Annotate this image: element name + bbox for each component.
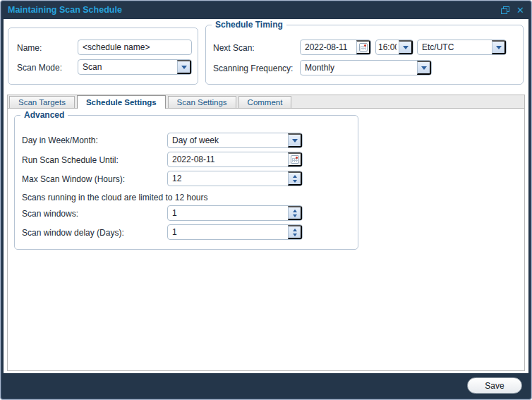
next-scan-calendar-trigger[interactable]	[356, 40, 370, 54]
scan-window-delay-spin-trigger[interactable]	[288, 225, 302, 239]
calendar-icon	[359, 43, 368, 51]
chevron-down-icon	[181, 66, 187, 69]
chevron-down-icon	[292, 139, 298, 143]
scan-mode-input[interactable]	[78, 60, 177, 74]
scanning-frequency-label: Scanning Frequency:	[213, 63, 293, 73]
tab-label: Comment	[248, 98, 283, 107]
max-scan-window-spinner	[167, 171, 303, 186]
chevron-up-icon	[293, 229, 297, 231]
chevron-down-icon	[403, 46, 409, 49]
day-in-week-month-combo	[167, 133, 303, 148]
restore-window-icon[interactable]	[501, 6, 509, 14]
titlebar-buttons: ✕	[501, 6, 524, 15]
tab-label: Scan Settings	[177, 98, 227, 107]
timezone-input[interactable]	[418, 40, 492, 54]
scan-windows-spin-trigger[interactable]	[288, 206, 302, 220]
chevron-up-icon	[293, 210, 297, 212]
max-scan-window-label: Max Scan Window (Hours):	[22, 174, 125, 184]
title-bar: Maintaining Scan Schedule ✕	[1, 1, 531, 19]
schedule-timing-group: Schedule Timing Next Scan: Scanning Freq…	[205, 25, 524, 85]
chevron-down-icon	[293, 214, 297, 217]
advanced-group: Advanced Day in Week/Month: Run Scan Sch…	[14, 115, 358, 250]
advanced-legend: Advanced	[20, 110, 68, 120]
tab-label: Schedule Settings	[86, 98, 157, 107]
next-scan-time-dropdown-trigger[interactable]	[399, 40, 413, 54]
chevron-up-icon	[293, 175, 297, 178]
scan-mode-dropdown-trigger[interactable]	[177, 60, 191, 74]
chevron-down-icon	[421, 66, 427, 70]
scanning-frequency-dropdown-trigger[interactable]	[417, 61, 431, 75]
name-label: Name:	[17, 43, 42, 53]
dialog-body: Name: Scan Mode: Schedule Timing Next Sc…	[4, 19, 528, 373]
next-scan-label: Next Scan:	[213, 43, 255, 53]
calendar-icon	[291, 155, 299, 164]
chevron-down-icon	[293, 180, 297, 183]
general-group: Name: Scan Mode:	[8, 28, 198, 85]
cloud-limit-note: Scans running in the cloud are limited t…	[22, 193, 208, 202]
scan-windows-spinner	[167, 205, 303, 221]
scan-windows-input[interactable]	[168, 206, 288, 220]
scan-window-delay-label: Scan window delay (Days):	[22, 228, 124, 238]
run-until-date-field	[167, 152, 303, 167]
next-scan-time-combo	[375, 40, 413, 55]
schedule-settings-panel: Advanced Day in Week/Month: Run Scan Sch…	[7, 109, 525, 371]
scanning-frequency-combo	[300, 60, 432, 75]
timezone-dropdown-trigger[interactable]	[492, 40, 506, 54]
day-in-week-month-dropdown-trigger[interactable]	[288, 133, 302, 147]
scan-mode-combo	[78, 59, 192, 75]
tab-label: Scan Targets	[18, 98, 66, 107]
window-title: Maintaining Scan Schedule	[8, 5, 501, 15]
tab-scan-targets[interactable]: Scan Targets	[9, 96, 75, 108]
schedule-timing-legend: Schedule Timing	[212, 20, 286, 30]
scan-window-delay-spinner	[167, 224, 303, 240]
tab-comment[interactable]: Comment	[238, 96, 292, 108]
schedule-name-input[interactable]	[78, 40, 191, 54]
scanning-frequency-input[interactable]	[301, 61, 417, 75]
run-until-calendar-trigger[interactable]	[288, 152, 302, 166]
scan-windows-label: Scan windows:	[22, 209, 78, 219]
close-icon[interactable]: ✕	[516, 6, 524, 15]
save-button[interactable]: Save	[467, 377, 522, 394]
dialog-maintaining-scan-schedule: Maintaining Scan Schedule ✕ Name: Scan M…	[0, 0, 532, 400]
timezone-combo	[417, 40, 507, 55]
scan-window-delay-input[interactable]	[168, 225, 288, 239]
next-scan-time-input[interactable]	[376, 40, 399, 54]
tab-schedule-settings[interactable]: Schedule Settings	[77, 95, 166, 109]
day-in-week-month-label: Day in Week/Month:	[22, 135, 98, 145]
chevron-down-icon	[293, 234, 297, 236]
run-until-date-input[interactable]	[168, 152, 288, 166]
tab-scan-settings[interactable]: Scan Settings	[168, 96, 236, 108]
tab-bar: Scan Targets Schedule Settings Scan Sett…	[7, 95, 525, 109]
max-scan-window-input[interactable]	[168, 171, 288, 186]
scan-mode-label: Scan Mode:	[17, 63, 62, 73]
max-scan-window-spin-trigger[interactable]	[288, 171, 302, 186]
day-in-week-month-input[interactable]	[168, 133, 288, 147]
chevron-down-icon	[496, 46, 502, 49]
next-scan-date-input[interactable]	[301, 40, 356, 54]
run-until-label: Run Scan Schedule Until:	[22, 155, 119, 165]
schedule-name-field-wrap	[78, 40, 192, 55]
next-scan-date-field	[300, 40, 371, 55]
